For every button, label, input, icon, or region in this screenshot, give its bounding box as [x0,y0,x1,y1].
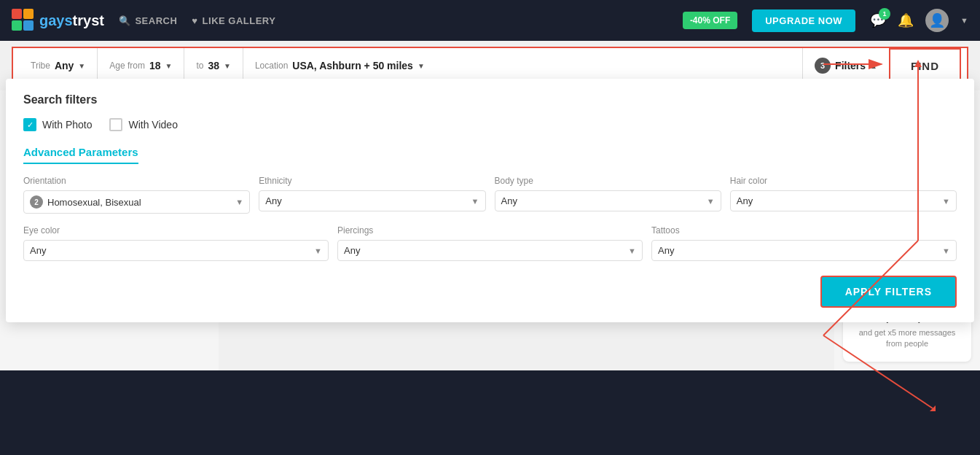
eye-color-select[interactable]: Any ▼ [23,240,329,261]
piercings-label: Piercings [337,225,643,236]
filters-dropdown: Search filters ✓ With Photo With Video A… [6,79,974,322]
with-video-checkbox[interactable]: With Video [109,118,177,131]
logo-icon [12,9,35,32]
tattoos-param: Tattoos Any ▼ [651,225,957,261]
age-from-filter[interactable]: Age from 18 ▼ [98,48,184,83]
svg-marker-9 [930,405,936,411]
search-filters-title: Search filters [23,93,957,106]
orientation-select[interactable]: 2 Homosexual, Bisexual ▼ [23,190,250,214]
messages-badge: 1 [879,8,890,20]
svg-rect-2 [12,20,22,31]
with-photo-label: With Photo [42,119,92,131]
orientation-label: Orientation [23,176,250,186]
tattoos-select[interactable]: Any ▼ [651,240,957,261]
location-chevron: ▼ [418,62,425,70]
heart-icon: ♥ [192,15,197,26]
like-gallery-nav[interactable]: ♥ LIKE GALLERY [192,15,275,26]
logo-text: gaystryst [39,12,104,29]
with-video-checkbox-box [109,118,122,131]
find-button[interactable]: FIND [889,48,961,83]
ethnicity-chevron: ▼ [471,197,479,206]
tribe-filter[interactable]: Tribe Any ▼ [19,48,98,83]
location-filter[interactable]: Location USA, Ashburn + 50 miles ▼ [243,48,803,83]
with-photo-checkbox[interactable]: ✓ With Photo [23,118,92,131]
hair-color-chevron: ▼ [942,197,950,206]
notifications-button[interactable]: 🔔 [898,12,914,28]
body-type-select[interactable]: Any ▼ [495,190,721,211]
ethnicity-label: Ethnicity [259,176,485,186]
with-photo-checkbox-box: ✓ [23,118,36,131]
tattoos-chevron: ▼ [942,246,950,255]
params-grid: Orientation 2 Homosexual, Bisexual ▼ Eth… [23,176,957,214]
age-to-chevron: ▼ [224,62,231,70]
add-photo-desc: and get x5 more messages from people [855,327,960,350]
filters-toggle[interactable]: 3 Filters ▲ [803,48,889,83]
age-from-chevron: ▼ [165,62,173,70]
filters-chevron: ▲ [870,62,877,70]
body-type-label: Body type [495,176,721,186]
header: gaystryst 🔍 SEARCH ♥ LIKE GALLERY -40% O… [0,0,980,41]
eye-color-label: Eye color [23,225,329,236]
advanced-params-title: Advanced Parameters [23,146,138,164]
messages-button[interactable]: 💬 1 [870,12,886,28]
params-grid-row2: Eye color Any ▼ Piercings Any ▼ Tattoos … [23,225,957,261]
piercings-select[interactable]: Any ▼ [337,240,643,261]
piercings-param: Piercings Any ▼ [337,225,643,261]
header-icons: 💬 1 🔔 👤 ▼ [870,9,968,32]
hair-color-select[interactable]: Any ▼ [730,190,957,211]
orientation-param: Orientation 2 Homosexual, Bisexual ▼ [23,176,250,214]
body-type-param: Body type Any ▼ [495,176,721,214]
ethnicity-select[interactable]: Any ▼ [259,190,485,211]
search-icon: 🔍 [119,15,131,26]
upgrade-button[interactable]: UPGRADE NOW [752,9,855,32]
with-video-label: With Video [128,119,177,131]
body-type-chevron: ▼ [707,197,715,206]
age-to-filter[interactable]: to 38 ▼ [184,48,243,83]
orientation-chevron: ▼ [235,198,243,206]
checkboxes-row: ✓ With Photo With Video [23,118,957,131]
svg-rect-3 [23,20,34,31]
apply-filters-button[interactable]: APPLY FILTERS [820,276,957,308]
orientation-badge: 2 [30,195,43,209]
bell-icon: 🔔 [898,13,914,28]
tribe-chevron: ▼ [78,62,85,70]
logo[interactable]: gaystryst [12,9,104,32]
chevron-down-icon[interactable]: ▼ [960,16,968,25]
svg-rect-0 [12,9,22,19]
filters-count: 3 [815,58,831,74]
svg-rect-1 [23,9,34,19]
discount-badge: -40% OFF [683,12,737,29]
ethnicity-param: Ethnicity Any ▼ [259,176,485,214]
avatar[interactable]: 👤 [925,9,949,32]
hair-color-label: Hair color [730,176,957,186]
apply-btn-row: APPLY FILTERS [23,276,957,308]
eye-color-chevron: ▼ [314,246,322,255]
search-nav[interactable]: 🔍 SEARCH [119,15,177,26]
eye-color-param: Eye color Any ▼ [23,225,329,261]
tattoos-label: Tattoos [651,225,957,236]
hair-color-param: Hair color Any ▼ [730,176,957,214]
piercings-chevron: ▼ [628,246,636,255]
